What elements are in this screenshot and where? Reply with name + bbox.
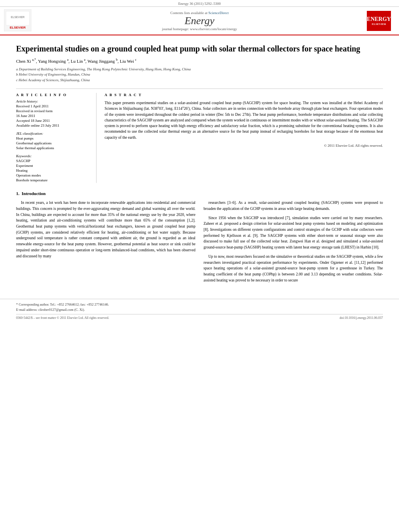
svg-text:ELSEVIER: ELSEVIER [10, 26, 26, 29]
jel-item-3: Solar thermal applications [16, 146, 90, 150]
introduction-title: 1. Introduction [16, 191, 383, 196]
intro-p2: researchers [3–6]. As a result, solar-as… [204, 200, 383, 212]
footer-doi: doi:10.1016/j.energy.2011.06.037 [339, 316, 383, 320]
abstract-text: This paper presents experimental studies… [105, 100, 383, 140]
keyword-4: Operation modes [16, 173, 90, 177]
history-label: Article history: [16, 99, 90, 103]
author-lu: Lu Lin a, [71, 59, 88, 64]
affiliation-b: b Hebei University of Engineering, Handa… [16, 72, 383, 78]
jel-item-1: Heat pumps [16, 136, 90, 140]
article-info-title: A R T I C L E I N F O [16, 93, 90, 97]
keyword-2: Experiment [16, 164, 90, 168]
two-col-layout: In recent years, a lot work has been don… [16, 200, 383, 286]
intro-p3: Since 1956 when the SAGCHP was introduce… [204, 215, 383, 251]
keywords-label: Keywords: [16, 154, 90, 158]
keyword-1: SAGCHP [16, 159, 90, 163]
elsevier-logo: ELSEVIER ELSEVIER [4, 9, 32, 32]
footer-issn: 0360-5442/$ – see front matter © 2011 El… [16, 316, 109, 320]
footer-bar: 0360-5442/$ – see front matter © 2011 El… [16, 314, 383, 320]
journal-logo-right: ENERGY ELSEVIER [367, 11, 395, 31]
journal-header-center: Contents lists available at ScienceDirec… [36, 11, 363, 31]
divider-1 [16, 88, 383, 89]
energy-logo-box: ENERGY ELSEVIER [367, 11, 391, 31]
text-column-left: In recent years, a lot work has been don… [16, 200, 195, 286]
jel-item-2: Geothermal applications [16, 141, 90, 145]
affiliations: a Department of Building Services Engine… [16, 67, 383, 83]
author-chen: Chen Xi a,*, [16, 59, 38, 64]
section-number: 1. [16, 191, 19, 196]
footnote-corresponding: * Corresponding author. Tel.: +852 27664… [16, 302, 383, 306]
svg-text:ELSEVIER: ELSEVIER [11, 16, 25, 18]
online-date: Available online 23 July 2011 [16, 123, 90, 127]
intro-p1: In recent years, a lot work has been don… [16, 200, 195, 259]
article-info-panel: A R T I C L E I N F O Article history: R… [16, 93, 97, 183]
abstract-section: A B S T R A C T This paper presents expe… [105, 93, 383, 183]
journal-title: Energy [36, 15, 363, 27]
author-wang: Wang Jinggang b, [88, 59, 120, 64]
homepage-url: journal homepage: www.elsevier.com/locat… [36, 27, 363, 31]
footnote-email: E-mail address: clirober0127@gmail.com (… [16, 308, 383, 312]
journal-header: ELSEVIER ELSEVIER Contents lists availab… [0, 7, 399, 35]
section-name: Introduction [22, 191, 46, 196]
main-content: Experimental studies on a ground coupled… [0, 35, 399, 295]
author-liu: Liu Wei c [120, 59, 137, 64]
affiliation-a: a Department of Building Services Engine… [16, 67, 383, 72]
footer-area: * Corresponding author. Tel.: +852 27664… [0, 299, 399, 323]
jel-label: JEL classification: [16, 131, 90, 136]
citation-text: Energy 36 (2011) 5292–5300 [178, 2, 221, 6]
author-yang: Yang Hongxing a, [38, 59, 70, 64]
introduction-section: 1. Introduction In recent years, a lot w… [16, 191, 383, 286]
keyword-3: Heating [16, 168, 90, 173]
top-bar: Energy 36 (2011) 5292–5300 [0, 0, 399, 7]
intro-p4: Up to now, most researchers focused on t… [204, 254, 383, 283]
sciencedirect-link[interactable]: ScienceDirect [208, 11, 228, 15]
revised-date: 16 June 2011 [16, 114, 90, 118]
authors-line: Chen Xi a,*, Yang Hongxing a, Lu Lin a, … [16, 58, 383, 64]
article-body: A R T I C L E I N F O Article history: R… [16, 93, 383, 183]
revised-label: Received in revised form [16, 109, 90, 113]
text-column-right: researchers [3–6]. As a result, solar-as… [204, 200, 383, 286]
sciencedirect-notice: Contents lists available at ScienceDirec… [36, 11, 363, 15]
paper-title: Experimental studies on a ground coupled… [16, 43, 383, 54]
affiliation-c: c Hebei Academy of Sciences, Shijiazhuan… [16, 78, 383, 83]
copyright-notice: © 2011 Elsevier Ltd. All rights reserved… [105, 144, 383, 148]
received-date: Received 1 April 2011 [16, 104, 90, 108]
keyword-5: Borehole temperature [16, 178, 90, 182]
accepted-date: Accepted 18 June 2011 [16, 119, 90, 123]
abstract-title: A B S T R A C T [105, 93, 383, 97]
